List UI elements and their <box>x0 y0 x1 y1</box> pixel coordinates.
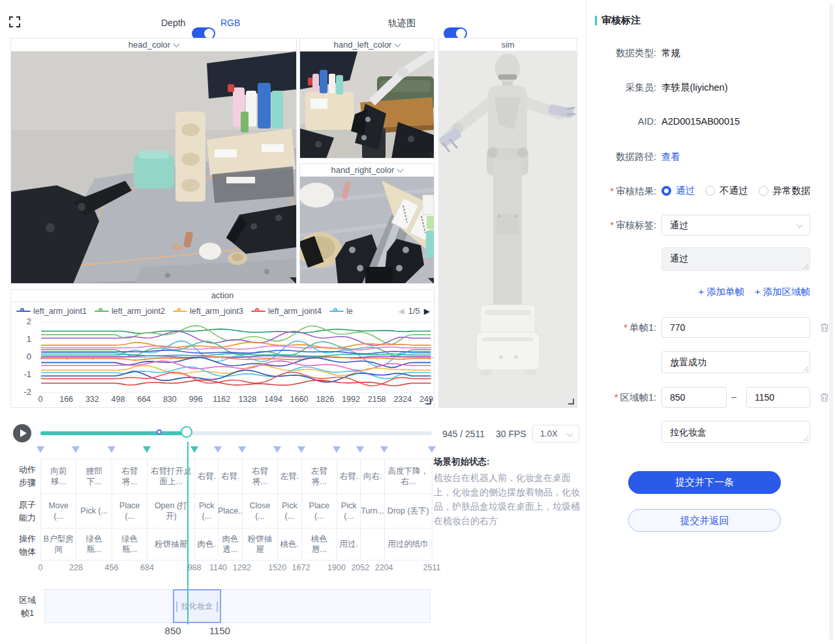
step-marker-icon[interactable] <box>297 446 305 453</box>
annotation-review-app: Depth RGB 轨迹图 head_color <box>0 0 835 644</box>
legend-item-left_arm_joint2[interactable]: left_arm_joint2 <box>95 307 165 316</box>
step-marker-icon[interactable] <box>356 446 364 453</box>
radio-不通过[interactable]: 不通过 <box>705 185 748 197</box>
review-comment-textarea[interactable]: 通过 <box>661 247 810 271</box>
resize-handle-icon[interactable] <box>568 399 574 405</box>
legend-next-icon[interactable]: ▶ <box>424 307 430 316</box>
fullscreen-icon[interactable] <box>9 16 20 27</box>
steps-column: 左臂将...Place (...桃色唇... <box>301 459 337 560</box>
sim-view[interactable] <box>439 52 577 407</box>
cell-ability: Place.. <box>218 493 242 529</box>
add-region-frame-link[interactable]: + 添加区域帧 <box>755 286 810 298</box>
info-label: 采集员: <box>574 82 656 94</box>
steps-axis-tick: 1672 <box>287 563 316 572</box>
cell-ability: Pick (... <box>277 493 301 529</box>
add-single-frame-link[interactable]: + 添加单帧 <box>699 286 745 298</box>
legend-page-number: 1/5 <box>408 306 420 316</box>
delete-region-frame-icon[interactable] <box>819 392 830 403</box>
radio-label: 不通过 <box>720 185 748 197</box>
legend-item-left_arm_joint3[interactable]: left_arm_joint3 <box>173 307 243 316</box>
speed-select[interactable]: 1.0X <box>532 425 579 442</box>
submit-next-button[interactable]: 提交并下一条 <box>628 471 781 494</box>
chart-y-tick: 0 <box>13 352 31 361</box>
legend-prev-icon[interactable]: ◀ <box>398 307 404 316</box>
steps-column: 右臂将...Place (...绿色瓶... <box>112 459 147 560</box>
legend-label: left_arm_joint3 <box>190 307 243 316</box>
steps-column: 右臂.Pick (...用过. <box>337 459 361 560</box>
chevron-down-icon <box>797 222 803 228</box>
camera-select-hand-left[interactable]: hand_left_color <box>300 38 434 52</box>
steps-axis-tick: 1292 <box>228 563 256 572</box>
play-button[interactable] <box>13 424 31 442</box>
cell-object: 用过. <box>337 528 361 560</box>
cell-object <box>360 528 384 560</box>
steps-column: 右臂将...Close (...粉饼抽屉 <box>242 459 278 560</box>
step-marker-icon[interactable] <box>108 446 115 453</box>
region-start-label: 850 <box>153 625 192 636</box>
region-drag-handle-left[interactable] <box>176 602 177 612</box>
region-end-input[interactable]: 1150 <box>746 387 810 408</box>
cell-ability: Pick (... <box>76 493 112 529</box>
cell-ability: Place (... <box>301 493 337 529</box>
action-line-chart[interactable] <box>11 319 434 397</box>
frame-position: 945 / 2511 <box>442 429 485 439</box>
row-label-action-steps: 动作步骤 <box>13 463 42 489</box>
step-marker-icon[interactable] <box>380 446 388 453</box>
cell-step: 右臂将... <box>242 459 278 494</box>
steps-axis-tick: 228 <box>61 563 90 572</box>
camera-select-hand-right[interactable]: hand_right_color <box>300 164 434 177</box>
scene-state-block: 场景初始状态: 梳妆台在机器人前，化妆盒在桌面上，化妆盒的侧边摆放着物品，化妆品… <box>434 456 585 528</box>
chart-x-tick: 1328 <box>233 395 262 404</box>
legend-item-le[interactable]: le <box>329 307 353 316</box>
region-highlight[interactable]: 拉化妆盒 <box>173 589 221 623</box>
region-frame-label: *区域帧1: <box>574 391 656 404</box>
chart-y-tick: -1 <box>13 369 31 379</box>
camera-panel-sim: sim <box>438 38 577 408</box>
row-label-atomic-ability: 原子能力 <box>13 498 42 525</box>
step-marker-icon[interactable] <box>273 446 281 453</box>
chevron-down-icon <box>395 41 401 48</box>
steps-column: 右臂.Place..肉色透... <box>218 459 242 560</box>
step-marker-icon[interactable] <box>143 446 151 453</box>
step-marker-icon[interactable] <box>72 446 80 453</box>
step-marker-icon[interactable] <box>333 446 341 453</box>
submit-back-button[interactable]: 提交并返回 <box>628 509 781 532</box>
radio-通过[interactable]: 通过 <box>661 185 695 197</box>
cell-ability: Place (... <box>112 493 147 529</box>
camera-panel-head: head_color <box>10 38 297 284</box>
camera-select-head[interactable]: head_color <box>11 38 296 52</box>
single-frame-label: *单帧1: <box>574 322 656 334</box>
delete-single-frame-icon[interactable] <box>819 322 830 333</box>
steps-column: 向右.Turn... <box>360 459 384 560</box>
single-frame-input[interactable]: 770 <box>661 317 810 338</box>
chart-x-tick: 1992 <box>337 395 365 404</box>
info-value: 常规 <box>661 47 680 59</box>
single-frame-marker[interactable] <box>157 429 162 435</box>
step-marker-icon[interactable] <box>190 446 198 453</box>
radio-circle-icon <box>759 186 768 196</box>
data-path-link[interactable]: 查看 <box>661 151 680 163</box>
review-tag-select[interactable]: 通过 <box>661 215 810 236</box>
camera-panel-hand-right: hand_right_color <box>299 163 434 284</box>
scene-state-title: 场景初始状态: <box>434 456 585 468</box>
timeline-slider-handle[interactable] <box>181 426 192 438</box>
trajectory-label: 轨迹图 <box>388 18 416 29</box>
step-marker-icon[interactable] <box>214 446 222 453</box>
region-drag-handle-right[interactable] <box>217 602 218 612</box>
chart-x-tick: 332 <box>78 395 106 404</box>
step-marker-icon[interactable] <box>37 446 44 453</box>
region-note-textarea[interactable]: 拉化妆盒 <box>661 421 810 443</box>
cell-step: 向前移... <box>40 459 76 494</box>
region-frame-track[interactable]: 拉化妆盒 <box>44 589 431 623</box>
legend-item-left_arm_joint1[interactable]: left_arm_joint1 <box>16 307 87 316</box>
legend-item-left_arm_joint4[interactable]: left_arm_joint4 <box>251 307 322 316</box>
single-frame-note-textarea[interactable]: 放置成功 <box>661 351 810 373</box>
cell-step: 右臂. <box>337 459 361 494</box>
radio-异常数据[interactable]: 异常数据 <box>759 185 811 197</box>
step-marker-icon[interactable] <box>428 446 436 453</box>
cell-object: 用过的纸巾 <box>384 528 433 560</box>
region-start-input[interactable]: 850 <box>661 387 727 408</box>
camera-title-hand-left: hand_left_color <box>334 40 392 50</box>
head-camera-image <box>11 52 296 283</box>
step-marker-icon[interactable] <box>238 446 246 453</box>
